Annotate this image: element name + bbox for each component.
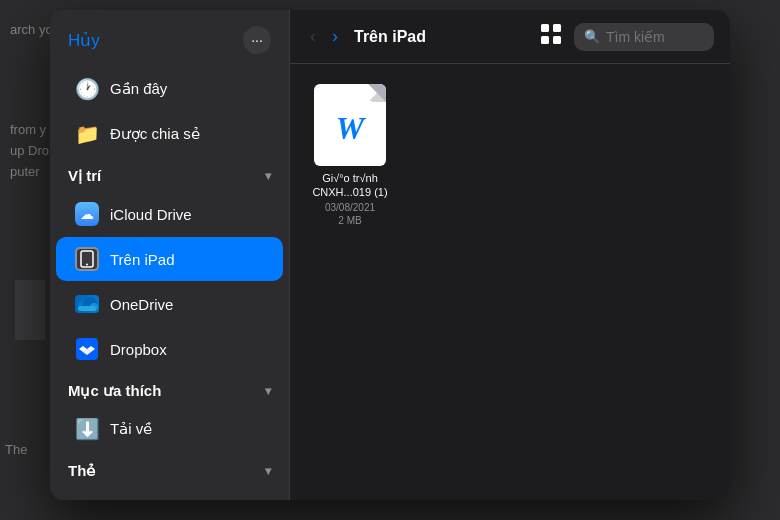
svg-point-1 — [86, 264, 88, 266]
word-letter: W — [336, 110, 364, 147]
tags-section-header[interactable]: Thẻ ▾ — [50, 452, 289, 486]
sidebar-item-dropbox[interactable]: Dropbox — [56, 327, 283, 371]
sidebar-item-recent-label: Gần đây — [110, 80, 167, 98]
sidebar-item-icloud-label: iCloud Drive — [110, 206, 192, 223]
bg-text-mid: from yup Droputer — [10, 120, 49, 182]
bg-text-top: arch yo — [10, 20, 53, 41]
file-picker-modal: Hủy ··· 🕐 Gần đây 📁 Được chia sẻ — [50, 10, 730, 500]
sidebar-item-dropbox-label: Dropbox — [110, 341, 167, 358]
file-size: 2 MB — [338, 215, 361, 226]
search-input[interactable] — [606, 29, 704, 45]
grid-icon — [540, 23, 562, 45]
cancel-button[interactable]: Hủy — [68, 30, 100, 51]
sidebar-item-ipad[interactable]: Trên iPad — [56, 237, 283, 281]
more-options-button[interactable]: ··· — [243, 26, 271, 54]
sidebar: Hủy ··· 🕐 Gần đây 📁 Được chia sẻ — [50, 10, 290, 500]
main-content: ‹ › Trên iPad 🔍 — [290, 10, 730, 500]
file-name: Gi√°o tr√nhCNXH...019 (1) — [312, 171, 387, 200]
sidebar-item-onedrive-label: OneDrive — [110, 296, 173, 313]
clock-icon: 🕐 — [74, 76, 100, 102]
word-doc-icon: W — [314, 84, 386, 166]
onedrive-icon — [74, 291, 100, 317]
sidebar-item-onedrive[interactable]: OneDrive — [56, 282, 283, 326]
sidebar-item-ipad-label: Trên iPad — [110, 251, 174, 268]
svg-rect-5 — [78, 306, 96, 311]
file-grid: W Gi√°o tr√nhCNXH...019 (1) 03/08/2021 2… — [290, 64, 730, 500]
nav-forward-button[interactable]: › — [328, 22, 342, 51]
bg-chart — [15, 280, 45, 340]
svg-rect-12 — [553, 36, 561, 44]
download-icon: ⬇️ — [74, 416, 100, 442]
file-date: 03/08/2021 — [325, 202, 375, 213]
shared-icon: 📁 — [74, 121, 100, 147]
icloud-icon: ☁ — [74, 201, 100, 227]
svg-rect-9 — [541, 24, 549, 32]
main-toolbar: ‹ › Trên iPad 🔍 — [290, 10, 730, 64]
file-item[interactable]: W Gi√°o tr√nhCNXH...019 (1) 03/08/2021 2… — [310, 84, 390, 226]
tags-header-label: Thẻ — [68, 462, 95, 480]
breadcrumb: Trên iPad — [354, 28, 532, 46]
sidebar-item-download[interactable]: ⬇️ Tải về — [56, 407, 283, 451]
favorites-section-header[interactable]: Mục ưa thích ▾ — [50, 372, 289, 406]
sidebar-item-shared[interactable]: 📁 Được chia sẻ — [56, 112, 283, 156]
bg-text-bottom: The — [5, 440, 27, 461]
sidebar-item-download-label: Tải về — [110, 420, 152, 438]
svg-rect-10 — [553, 24, 561, 32]
ellipsis-icon: ··· — [251, 32, 263, 48]
sidebar-item-shared-label: Được chia sẻ — [110, 125, 200, 143]
svg-rect-11 — [541, 36, 549, 44]
sidebar-header: Hủy ··· — [50, 10, 289, 66]
grid-view-button[interactable] — [540, 23, 562, 50]
sidebar-item-recent[interactable]: 🕐 Gần đây — [56, 67, 283, 111]
sidebar-scroll: 🕐 Gần đây 📁 Được chia sẻ Vị trí ▾ ☁ — [50, 66, 289, 500]
dropbox-icon — [74, 336, 100, 362]
toolbar-right: 🔍 — [540, 23, 714, 51]
search-icon: 🔍 — [584, 29, 600, 44]
location-header-label: Vị trí — [68, 167, 101, 185]
favorites-chevron-icon: ▾ — [265, 384, 271, 398]
favorites-header-label: Mục ưa thích — [68, 382, 161, 400]
sidebar-item-icloud[interactable]: ☁ iCloud Drive — [56, 192, 283, 236]
nav-back-button[interactable]: ‹ — [306, 22, 320, 51]
location-chevron-icon: ▾ — [265, 169, 271, 183]
search-box: 🔍 — [574, 23, 714, 51]
ipad-icon — [74, 246, 100, 272]
location-section-header[interactable]: Vị trí ▾ — [50, 157, 289, 191]
tags-chevron-icon: ▾ — [265, 464, 271, 478]
file-icon-container: W — [314, 84, 386, 166]
